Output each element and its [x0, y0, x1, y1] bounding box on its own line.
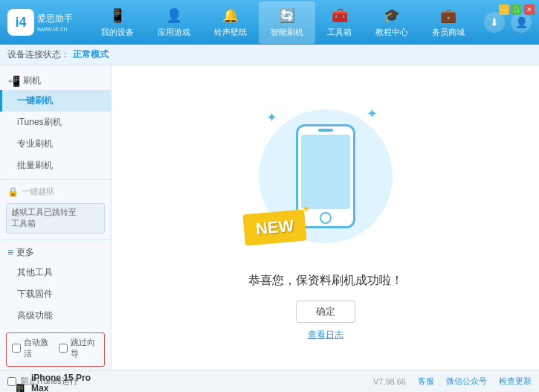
- nav-tabs: 📱 我的设备 👤 应用游戏 🔔 铃声壁纸 🔄 智能刷机 🧰 工具箱 🎓 教程中心…: [82, 1, 484, 44]
- sidebar-item-batch-flash[interactable]: 批量刷机: [0, 155, 111, 176]
- statusbar: 设备连接状态： 正常模式: [0, 45, 539, 65]
- tab-merchant[interactable]: 💼 务员商城: [420, 1, 477, 44]
- confirm-button[interactable]: 确定: [296, 301, 355, 323]
- flash-section-header: 📲 刷机: [0, 71, 111, 90]
- itunes-label: 阻止iTunes运行: [21, 376, 78, 387]
- guide-skip-label[interactable]: 跳过向导: [71, 337, 100, 359]
- toolbox-icon: 🧰: [332, 7, 348, 24]
- tab-smart-flash[interactable]: 🔄 智能刷机: [259, 1, 315, 44]
- logo-url: www.i4.cn: [37, 25, 73, 33]
- customer-service-link[interactable]: 客服: [418, 376, 434, 387]
- lock-icon: 🔒: [7, 187, 19, 197]
- auto-activate-label[interactable]: 自动激活: [24, 337, 53, 359]
- sidebar-item-other-tools[interactable]: 其他工具: [0, 262, 111, 283]
- new-banner: NEW ★: [242, 209, 307, 245]
- tab-my-device-label: 我的设备: [101, 27, 134, 38]
- more-section-icon: ≡: [7, 246, 13, 258]
- my-device-icon: 📱: [109, 7, 126, 24]
- bottom-right: V7.98.66 客服 微信公众号 检查更新: [373, 376, 532, 387]
- sidebar-divider-2: [0, 240, 111, 240]
- tab-smart-flash-label: 智能刷机: [271, 27, 303, 38]
- minimize-button[interactable]: ─: [499, 4, 509, 15]
- success-text: 恭喜您，保资料刷机成功啦！: [248, 273, 403, 289]
- maximize-button[interactable]: □: [511, 4, 522, 15]
- phone-screen: [301, 135, 350, 209]
- sidebar-item-pro-flash[interactable]: 专业刷机: [0, 133, 111, 155]
- tab-ringtones[interactable]: 🔔 铃声壁纸: [202, 1, 259, 44]
- more-section-label: 更多: [16, 246, 34, 259]
- check-update-link[interactable]: 检查更新: [499, 376, 532, 387]
- tab-apps-games[interactable]: 👤 应用游戏: [146, 1, 202, 44]
- user-button[interactable]: 👤: [511, 12, 532, 33]
- sparkle-top-left: ✦: [266, 109, 277, 126]
- tab-toolbox[interactable]: 🧰 工具箱: [315, 1, 364, 44]
- wechat-link[interactable]: 微信公众号: [446, 376, 487, 387]
- disabled-label: 一键越狱: [22, 186, 54, 197]
- sidebar-item-one-key-flash[interactable]: 一键刷机: [0, 90, 111, 112]
- guide-skip-checkbox[interactable]: [59, 344, 68, 353]
- window-controls: ─ □ ✕: [499, 4, 535, 15]
- tab-apps-games-label: 应用游戏: [158, 27, 190, 38]
- apps-games-icon: 👤: [166, 7, 182, 24]
- sidebar-item-download-firmware[interactable]: 下载固件: [0, 283, 111, 305]
- phone-home-btn: [320, 212, 332, 224]
- smart-flash-icon: 🔄: [279, 7, 295, 24]
- status-value: 正常模式: [73, 48, 109, 61]
- topbar-right: ⬇ 👤: [484, 12, 532, 33]
- bottom-highlight-box: 自动激活 跳过向导: [6, 332, 105, 367]
- log-link[interactable]: 查看日志: [308, 329, 343, 341]
- tab-ringtones-label: 铃声壁纸: [214, 27, 247, 38]
- flash-section-icon: 📲: [7, 75, 20, 87]
- auto-activate-row: 自动激活 跳过向导: [9, 335, 102, 361]
- itunes-checkbox[interactable]: [7, 377, 16, 386]
- merchant-icon: 💼: [440, 7, 456, 24]
- more-section-header: ≡ 更多: [0, 243, 111, 262]
- sidebar-item-advanced[interactable]: 高级功能: [0, 305, 111, 327]
- notice-text: 越狱工具已跳转至 工具箱: [11, 208, 77, 228]
- new-text: NEW: [254, 216, 294, 237]
- topbar: i4 爱思助手 www.i4.cn 📱 我的设备 👤 应用游戏 🔔 铃声壁纸 🔄…: [0, 0, 539, 45]
- sparkle-top-right: ✦: [367, 106, 378, 122]
- main-layout: 📲 刷机 一键刷机 iTunes刷机 专业刷机 批量刷机 🔒 一键越狱 越狱工具…: [0, 65, 539, 370]
- sidebar-disabled-jailbreak: 🔒 一键越狱: [0, 183, 111, 200]
- tab-tutorial[interactable]: 🎓 教程中心: [364, 1, 420, 44]
- status-prefix: 设备连接状态：: [7, 48, 70, 61]
- phone-top-btn: [318, 129, 333, 132]
- tab-tutorial-label: 教程中心: [375, 27, 408, 38]
- auto-activate-checkbox[interactable]: [12, 344, 21, 353]
- main-content: ✦ ✦ NEW ★ 恭喜您，保资料刷机成功啦！ 确定 查看日志: [112, 65, 539, 370]
- tab-my-device[interactable]: 📱 我的设备: [89, 1, 146, 44]
- tab-merchant-label: 务员商城: [432, 27, 465, 38]
- sidebar-divider-1: [0, 179, 111, 180]
- bottom-left: 阻止iTunes运行: [7, 376, 78, 387]
- star-icon: ★: [301, 202, 310, 213]
- sidebar-notice: 越狱工具已跳转至 工具箱: [6, 203, 105, 234]
- phone-illustration: ✦ ✦ NEW ★: [251, 94, 400, 258]
- tab-toolbox-label: 工具箱: [327, 27, 352, 38]
- logo-icon: i4: [7, 9, 34, 36]
- tutorial-icon: 🎓: [384, 7, 400, 24]
- logo-area: i4 爱思助手 www.i4.cn: [7, 9, 82, 36]
- ringtones-icon: 🔔: [222, 7, 239, 24]
- sidebar-item-itunes-flash[interactable]: iTunes刷机: [0, 112, 111, 133]
- logo-name: 爱思助手: [37, 13, 73, 25]
- close-button[interactable]: ✕: [524, 4, 535, 15]
- logo-text: 爱思助手 www.i4.cn: [37, 13, 73, 33]
- sidebar: 📲 刷机 一键刷机 iTunes刷机 专业刷机 批量刷机 🔒 一键越狱 越狱工具…: [0, 65, 112, 370]
- flash-section-label: 刷机: [23, 74, 41, 87]
- download-button[interactable]: ⬇: [484, 12, 505, 33]
- version-label: V7.98.66: [373, 377, 406, 386]
